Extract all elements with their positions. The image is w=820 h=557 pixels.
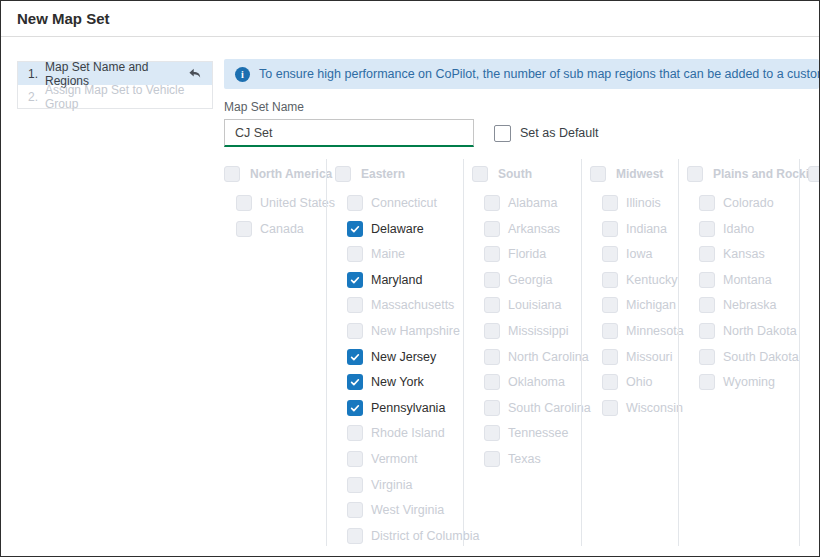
state-checkbox-item-maryland[interactable]: Maryland bbox=[335, 272, 463, 288]
region-column-midwest: MidwestIllinoisIndianaIowaKentuckyMichig… bbox=[581, 159, 678, 546]
state-label: Georgia bbox=[508, 273, 552, 287]
checkbox-icon bbox=[602, 349, 618, 365]
state-checkbox-item-new-york[interactable]: New York bbox=[335, 374, 463, 390]
region-checkbox-icon bbox=[472, 166, 488, 182]
checkbox-icon bbox=[347, 502, 363, 518]
state-label: West Virginia bbox=[371, 503, 444, 517]
set-as-default-checkbox[interactable] bbox=[494, 125, 511, 142]
state-checkbox-item bbox=[808, 272, 819, 288]
set-as-default-option[interactable]: Set as Default bbox=[494, 125, 599, 142]
region-column-north-america: North AmericaUnited StatesCanada bbox=[224, 159, 326, 546]
region-header-eastern: Eastern bbox=[335, 165, 463, 183]
map-set-name-input[interactable] bbox=[224, 119, 474, 147]
region-name: South bbox=[498, 167, 532, 181]
undo-icon[interactable] bbox=[188, 68, 202, 80]
checkbox-icon bbox=[602, 195, 618, 211]
state-checkbox-item-idaho: Idaho bbox=[687, 221, 799, 237]
checkbox-icon bbox=[347, 246, 363, 262]
state-checkbox-item bbox=[808, 297, 819, 313]
checkbox-checked-icon[interactable] bbox=[347, 374, 363, 390]
regions-grid: North AmericaUnited StatesCanadaEasternC… bbox=[224, 159, 819, 546]
state-checkbox-item-north-dakota: North Dakota bbox=[687, 323, 799, 339]
state-label: Illinois bbox=[626, 196, 661, 210]
checkbox-checked-icon[interactable] bbox=[347, 400, 363, 416]
new-map-set-window: New Map Set 1. Map Set Name and Regions … bbox=[0, 0, 820, 557]
state-label: Arkansas bbox=[508, 222, 560, 236]
checkbox-checked-icon[interactable] bbox=[347, 221, 363, 237]
state-label: Tennessee bbox=[508, 426, 568, 440]
checkbox-icon bbox=[484, 195, 500, 211]
checkbox-icon bbox=[699, 221, 715, 237]
checkbox-icon bbox=[699, 349, 715, 365]
checkbox-icon bbox=[602, 272, 618, 288]
state-checkbox-item-united-states: United States bbox=[224, 195, 326, 211]
state-checkbox-item-kentucky: Kentucky bbox=[590, 272, 678, 288]
checkbox-icon bbox=[484, 374, 500, 390]
state-checkbox-item-canada: Canada bbox=[224, 221, 326, 237]
state-label: New Hampshire bbox=[371, 324, 460, 338]
state-checkbox-item-wyoming: Wyoming bbox=[687, 374, 799, 390]
state-checkbox-item-delaware[interactable]: Delaware bbox=[335, 221, 463, 237]
checkbox-checked-icon[interactable] bbox=[347, 272, 363, 288]
state-checkbox-item-wisconsin: Wisconsin bbox=[590, 400, 678, 416]
state-checkbox-item-oklahoma: Oklahoma bbox=[472, 374, 581, 390]
checkbox-icon bbox=[602, 297, 618, 313]
state-checkbox-item-kansas: Kansas bbox=[687, 246, 799, 262]
state-label: Delaware bbox=[371, 222, 424, 236]
state-checkbox-item-florida: Florida bbox=[472, 246, 581, 262]
state-label: Pennsylvania bbox=[371, 401, 445, 415]
steps-panel: 1. Map Set Name and Regions 2. Assign Ma… bbox=[17, 61, 213, 109]
state-checkbox-item-massachusetts: Massachusetts bbox=[335, 297, 463, 313]
state-label: New Jersey bbox=[371, 350, 436, 364]
region-header-plains-and-rockies: Plains and Rockies bbox=[687, 165, 799, 183]
info-banner-text: To ensure high performance on CoPilot, t… bbox=[259, 67, 819, 81]
state-checkbox-item-illinois: Illinois bbox=[590, 195, 678, 211]
state-checkbox-item-district-of-columbia: District of Columbia bbox=[335, 528, 463, 544]
checkbox-icon bbox=[347, 323, 363, 339]
step-2-assign-map-set-to-vehicle-group: 2. Assign Map Set to Vehicle Group bbox=[18, 85, 212, 108]
state-checkbox-item-louisiana: Louisiana bbox=[472, 297, 581, 313]
checkbox-icon bbox=[347, 195, 363, 211]
state-label: Montana bbox=[723, 273, 772, 287]
checkbox-icon bbox=[484, 297, 500, 313]
title-bar: New Map Set bbox=[1, 1, 819, 37]
state-label: Ohio bbox=[626, 375, 652, 389]
state-label: Oklahoma bbox=[508, 375, 565, 389]
state-label: Massachusetts bbox=[371, 298, 454, 312]
checkbox-icon bbox=[484, 349, 500, 365]
checkbox-icon bbox=[484, 323, 500, 339]
state-label: Rhode Island bbox=[371, 426, 445, 440]
state-checkbox-item-new-hampshire: New Hampshire bbox=[335, 323, 463, 339]
state-checkbox-item-rhode-island: Rhode Island bbox=[335, 425, 463, 441]
state-label: Louisiana bbox=[508, 298, 562, 312]
checkbox-icon bbox=[699, 374, 715, 390]
checkbox-icon bbox=[484, 246, 500, 262]
map-set-name-label: Map Set Name bbox=[224, 100, 304, 114]
checkbox-icon bbox=[699, 246, 715, 262]
state-checkbox-item-montana: Montana bbox=[687, 272, 799, 288]
checkbox-icon bbox=[602, 323, 618, 339]
state-checkbox-item-vermont: Vermont bbox=[335, 451, 463, 467]
checkbox-icon bbox=[602, 374, 618, 390]
state-checkbox-item-ohio: Ohio bbox=[590, 374, 678, 390]
state-label: Alabama bbox=[508, 196, 557, 210]
state-checkbox-item-south-dakota: South Dakota bbox=[687, 349, 799, 365]
state-checkbox-item-new-jersey[interactable]: New Jersey bbox=[335, 349, 463, 365]
state-checkbox-item-pennsylvania[interactable]: Pennsylvania bbox=[335, 400, 463, 416]
checkbox-icon bbox=[347, 451, 363, 467]
state-label: North Carolina bbox=[508, 350, 589, 364]
checkbox-checked-icon[interactable] bbox=[347, 349, 363, 365]
state-checkbox-item-alabama: Alabama bbox=[472, 195, 581, 211]
state-label: South Carolina bbox=[508, 401, 591, 415]
state-checkbox-item-south-carolina: South Carolina bbox=[472, 400, 581, 416]
state-label: Idaho bbox=[723, 222, 754, 236]
checkbox-icon bbox=[699, 297, 715, 313]
state-checkbox-item-tennessee: Tennessee bbox=[472, 425, 581, 441]
state-checkbox-item-texas: Texas bbox=[472, 451, 581, 467]
checkbox-icon bbox=[484, 451, 500, 467]
state-checkbox-item-connecticut: Connecticut bbox=[335, 195, 463, 211]
state-checkbox-item bbox=[808, 221, 819, 237]
state-label: Wyoming bbox=[723, 375, 775, 389]
region-name: North America bbox=[250, 167, 332, 181]
state-label: Florida bbox=[508, 247, 546, 261]
